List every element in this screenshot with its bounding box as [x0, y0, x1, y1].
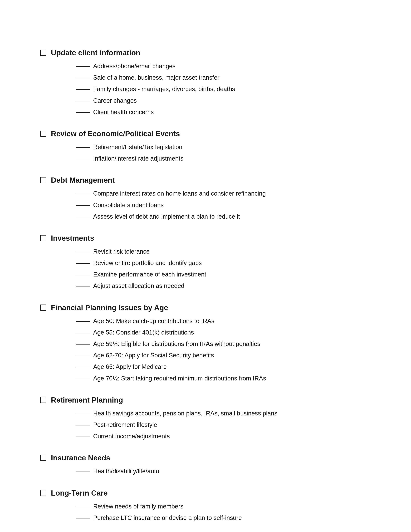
item-text: Client health concerns — [93, 108, 346, 116]
list-item: Career changes — [76, 96, 346, 105]
line-blank — [76, 252, 90, 252]
section-financial-planning-issues: Financial Planning Issues by AgeAge 50: … — [40, 303, 346, 383]
checkbox-investments[interactable] — [40, 235, 47, 241]
line-blank — [76, 194, 90, 194]
section-title-update-client-info: Update client information — [51, 48, 140, 57]
line-blank — [76, 286, 90, 286]
list-item: Assess level of debt and implement a pla… — [76, 212, 346, 221]
checkbox-financial-planning-issues[interactable] — [40, 304, 47, 311]
section-title-investments: Investments — [51, 234, 94, 242]
section-update-client-info: Update client informationAddress/phone/e… — [40, 48, 346, 116]
item-text: Age 59½: Eligible for distributions from… — [93, 340, 346, 348]
section-title-insurance-needs: Insurance Needs — [51, 454, 110, 462]
checkbox-debt-management[interactable] — [40, 177, 47, 183]
line-blank — [76, 66, 90, 67]
section-title-debt-management: Debt Management — [51, 176, 115, 184]
item-text: Current income/adjustments — [93, 432, 346, 441]
list-item: Health/disability/life/auto — [76, 467, 346, 475]
line-blank — [76, 263, 90, 264]
line-blank — [76, 217, 90, 217]
section-title-long-term-care: Long-Term Care — [51, 489, 108, 497]
item-text: Post-retirement lifestyle — [93, 421, 346, 429]
line-blank — [76, 379, 90, 379]
list-item: Adjust asset allocation as needed — [76, 282, 346, 290]
items-list-long-term-care: Review needs of family membersPurchase L… — [76, 502, 346, 522]
checkbox-insurance-needs[interactable] — [40, 455, 47, 461]
item-text: Retirement/Estate/Tax legislation — [93, 143, 346, 151]
list-item: Age 70½: Start taking required minimum d… — [76, 374, 346, 383]
list-item: Age 50: Make catch-up contributions to I… — [76, 317, 346, 325]
line-blank — [76, 437, 90, 437]
line-blank — [76, 101, 90, 101]
line-blank — [76, 472, 90, 472]
line-blank — [76, 425, 90, 426]
line-blank — [76, 321, 90, 322]
checkbox-long-term-care[interactable] — [40, 490, 47, 496]
section-header-long-term-care: Long-Term Care — [40, 489, 346, 497]
checkbox-update-client-info[interactable] — [40, 50, 47, 56]
items-list-investments: Revisit risk toleranceReview entire port… — [76, 247, 346, 290]
line-blank — [76, 356, 90, 356]
checklist-container: Update client informationAddress/phone/e… — [40, 48, 346, 522]
list-item: Age 65: Apply for Medicare — [76, 362, 346, 371]
list-item: Family changes - marriages, divorces, bi… — [76, 85, 346, 93]
section-investments: InvestmentsRevisit risk toleranceReview … — [40, 234, 346, 290]
list-item: Revisit risk tolerance — [76, 247, 346, 256]
section-review-economic-political: Review of Economic/Political EventsRetir… — [40, 129, 346, 163]
line-blank — [76, 205, 90, 206]
section-title-financial-planning-issues: Financial Planning Issues by Age — [51, 303, 168, 312]
list-item: Post-retirement lifestyle — [76, 421, 346, 429]
checkbox-review-economic-political[interactable] — [40, 131, 47, 137]
item-text: Assess level of debt and implement a pla… — [93, 212, 346, 221]
section-long-term-care: Long-Term CareReview needs of family mem… — [40, 489, 346, 522]
item-text: Health savings accounts, pension plans, … — [93, 409, 346, 418]
line-blank — [76, 333, 90, 333]
section-insurance-needs: Insurance NeedsHealth/disability/life/au… — [40, 454, 346, 475]
list-item: Compare interest rates on home loans and… — [76, 189, 346, 198]
list-item: Examine performance of each investment — [76, 270, 346, 279]
item-text: Age 62-70: Apply for Social Security ben… — [93, 351, 346, 360]
line-blank — [76, 414, 90, 414]
item-text: Age 50: Make catch-up contributions to I… — [93, 317, 346, 325]
line-blank — [76, 367, 90, 367]
line-blank — [76, 275, 90, 275]
item-text: Family changes - marriages, divorces, bi… — [93, 85, 346, 93]
item-text: Compare interest rates on home loans and… — [93, 189, 346, 198]
item-text: Purchase LTC insurance or devise a plan … — [93, 514, 346, 522]
items-list-debt-management: Compare interest rates on home loans and… — [76, 189, 346, 221]
section-header-review-economic-political: Review of Economic/Political Events — [40, 129, 346, 138]
list-item: Purchase LTC insurance or devise a plan … — [76, 514, 346, 522]
item-text: Adjust asset allocation as needed — [93, 282, 346, 290]
list-item: Health savings accounts, pension plans, … — [76, 409, 346, 418]
item-text: Inflation/interest rate adjustments — [93, 154, 346, 163]
item-text: Sale of a home, business, major asset tr… — [93, 73, 346, 82]
section-header-debt-management: Debt Management — [40, 176, 346, 184]
list-item: Review needs of family members — [76, 502, 346, 511]
item-text: Examine performance of each investment — [93, 270, 346, 279]
list-item: Address/phone/email changes — [76, 62, 346, 70]
section-header-investments: Investments — [40, 234, 346, 242]
item-text: Age 70½: Start taking required minimum d… — [93, 374, 346, 383]
section-title-review-economic-political: Review of Economic/Political Events — [51, 129, 180, 138]
list-item: Sale of a home, business, major asset tr… — [76, 73, 346, 82]
item-text: Address/phone/email changes — [93, 62, 346, 70]
list-item: Consolidate student loans — [76, 201, 346, 209]
checkbox-retirement-planning[interactable] — [40, 397, 47, 403]
item-text: Consolidate student loans — [93, 201, 346, 209]
section-header-retirement-planning: Retirement Planning — [40, 396, 346, 404]
line-blank — [76, 518, 90, 518]
item-text: Review entire portfolio and identify gap… — [93, 259, 346, 267]
item-text: Review needs of family members — [93, 502, 346, 511]
section-header-financial-planning-issues: Financial Planning Issues by Age — [40, 303, 346, 312]
line-blank — [76, 112, 90, 113]
items-list-insurance-needs: Health/disability/life/auto — [76, 467, 346, 475]
line-blank — [76, 147, 90, 148]
section-header-insurance-needs: Insurance Needs — [40, 454, 346, 462]
item-text: Health/disability/life/auto — [93, 467, 346, 475]
items-list-retirement-planning: Health savings accounts, pension plans, … — [76, 409, 346, 441]
items-list-update-client-info: Address/phone/email changesSale of a hom… — [76, 62, 346, 116]
section-retirement-planning: Retirement PlanningHealth savings accoun… — [40, 396, 346, 441]
line-blank — [76, 89, 90, 90]
list-item: Client health concerns — [76, 108, 346, 116]
list-item: Current income/adjustments — [76, 432, 346, 441]
